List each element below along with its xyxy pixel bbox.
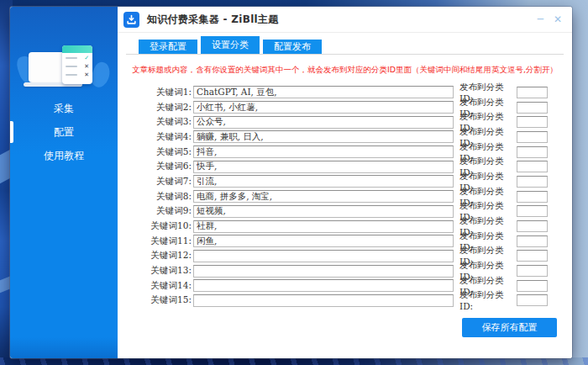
sidebar-illustration: ✓ ✕ ✕ <box>10 40 118 99</box>
keyword-label: 关键词1: <box>118 87 192 98</box>
keyword-input[interactable] <box>193 145 454 158</box>
keyword-input[interactable] <box>193 205 454 218</box>
keyword-input[interactable] <box>193 175 454 188</box>
keyword-input[interactable] <box>193 161 454 173</box>
keyword-label: 关键词6: <box>118 161 192 172</box>
keyword-input[interactable] <box>193 265 454 278</box>
titlebar: 知识付费采集器 - ZiBll主题 ─ ✕ <box>118 7 572 33</box>
keyword-label: 关键词3: <box>118 116 192 128</box>
list-line <box>66 57 77 59</box>
window-controls: ─ ✕ <box>538 7 562 32</box>
close-button[interactable]: ✕ <box>554 14 562 24</box>
save-all-button[interactable]: 保存所有配置 <box>462 318 557 337</box>
category-id-input[interactable] <box>517 294 548 306</box>
category-id-input[interactable] <box>517 161 548 172</box>
active-indicator <box>10 121 13 143</box>
checklist-icon: ✓ ✕ ✕ <box>62 45 92 84</box>
category-id-input[interactable] <box>517 191 548 203</box>
keyword-label: 关键词12: <box>118 250 192 262</box>
tab-bar: 登录配置 设置分类 配置发布 <box>139 36 322 54</box>
keyword-label: 关键词9: <box>118 205 192 217</box>
keyword-label: 关键词8: <box>118 191 192 203</box>
app-window: ✓ ✕ ✕ 采集 配置 使用教程 <box>10 7 572 358</box>
category-id-input[interactable] <box>517 116 548 128</box>
keyword-input[interactable] <box>193 235 454 247</box>
keyword-label: 关键词13: <box>118 265 192 277</box>
desktop: ✓ ✕ ✕ 采集 配置 使用教程 <box>0 0 588 365</box>
wallpaper-bottom-strip <box>0 357 588 365</box>
category-id-input[interactable] <box>517 235 548 247</box>
sidebar-item-config[interactable]: 配置 <box>10 120 118 144</box>
keyword-input[interactable] <box>193 294 454 307</box>
category-id-input[interactable] <box>517 87 548 98</box>
category-id-input[interactable] <box>517 265 548 277</box>
tab-category-settings[interactable]: 设置分类 <box>201 36 260 54</box>
window-title: 知识付费采集器 - ZiBll主题 <box>147 13 279 27</box>
keyword-row: 关键词15: 发布到分类ID: <box>118 294 572 309</box>
list-line <box>66 66 77 67</box>
keyword-input[interactable] <box>193 130 454 143</box>
keyword-input[interactable] <box>193 101 454 114</box>
category-id-input[interactable] <box>517 250 548 262</box>
cross-icon: ✕ <box>84 71 89 78</box>
notice-text: 文章标题或内容，含有你设置的关键词其中一个，就会发布到对应的分类ID里面（关键词… <box>118 65 572 76</box>
category-id-input[interactable] <box>517 146 548 158</box>
keyword-input[interactable] <box>193 190 454 203</box>
tab-publish-config[interactable]: 配置发布 <box>263 40 322 54</box>
keyword-label: 关键词5: <box>118 146 192 158</box>
keyword-label: 关键词11: <box>118 235 192 247</box>
sidebar-item-tutorial[interactable]: 使用教程 <box>10 144 118 167</box>
category-id-input[interactable] <box>517 205 548 217</box>
check-icon: ✓ <box>84 55 89 61</box>
app-icon <box>123 12 139 28</box>
keyword-input[interactable] <box>193 250 454 262</box>
checklist-header <box>62 45 92 53</box>
keyword-label: 关键词14: <box>118 280 192 292</box>
keyword-input[interactable] <box>193 220 454 233</box>
main-area: 知识付费采集器 - ZiBll主题 ─ ✕ 登录配置 设置分类 配置发布 文章标… <box>118 7 572 358</box>
keyword-input[interactable] <box>193 279 454 292</box>
sidebar: ✓ ✕ ✕ 采集 配置 使用教程 <box>10 7 118 358</box>
keyword-label: 关键词2: <box>118 102 192 114</box>
category-id-input[interactable] <box>517 131 548 143</box>
category-id-input[interactable] <box>517 280 548 292</box>
cross-icon: ✕ <box>84 63 89 70</box>
keyword-input[interactable] <box>193 86 454 98</box>
sidebar-item-collect[interactable]: 采集 <box>10 97 118 120</box>
category-id-input[interactable] <box>517 220 548 232</box>
category-id-input[interactable] <box>517 176 548 188</box>
sidebar-item-label: 配置 <box>54 126 74 138</box>
keyword-label: 关键词4: <box>118 131 192 143</box>
sidebar-menu: 采集 配置 使用教程 <box>10 97 118 167</box>
keyword-label: 关键词10: <box>118 220 192 232</box>
keyword-rows: 关键词1: 发布到分类ID: 关键词2: 发布到分类ID: 关键词3: 发布到分… <box>118 85 572 308</box>
list-line <box>66 74 77 76</box>
keyword-input[interactable] <box>193 116 454 129</box>
tab-divider <box>126 54 564 55</box>
tab-login-config[interactable]: 登录配置 <box>139 40 197 54</box>
keyword-label: 关键词7: <box>118 176 192 188</box>
keyword-label: 关键词15: <box>118 294 192 306</box>
minimize-button[interactable]: ─ <box>538 14 543 24</box>
category-id-label: 发布到分类ID: <box>459 289 517 311</box>
category-id-input[interactable] <box>517 102 548 114</box>
